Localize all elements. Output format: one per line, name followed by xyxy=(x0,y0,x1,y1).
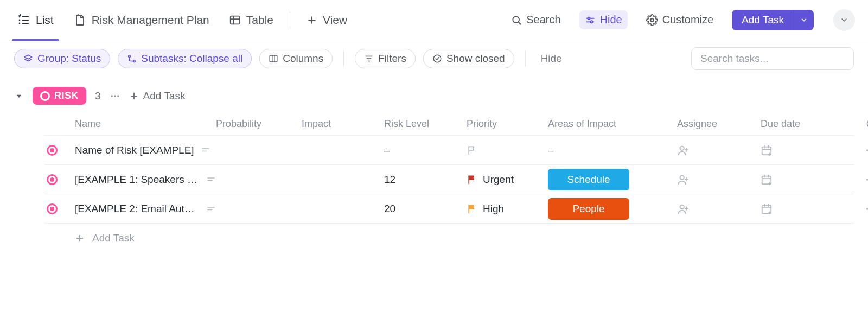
col-header-assignee[interactable]: Assignee xyxy=(677,118,761,130)
customize-button[interactable]: Customize xyxy=(641,10,719,29)
group-add-task-button[interactable]: Add Task xyxy=(129,90,186,102)
status-dot-icon xyxy=(40,91,50,101)
subtasks-label: Subtasks: Collapse all xyxy=(141,53,242,65)
topbar-more-button[interactable] xyxy=(833,9,855,31)
toolbar-hide-link[interactable]: Hide xyxy=(537,50,566,67)
group-by-chip[interactable]: Group: Status xyxy=(14,49,110,68)
priority-cell[interactable] xyxy=(467,145,477,156)
task-rows: Name of Risk [EXAMPLE] – – [EXAMPLE 1: S… xyxy=(44,135,854,224)
add-view-label: View xyxy=(323,14,347,27)
description-icon[interactable] xyxy=(201,145,210,155)
cell-risk-level[interactable]: 20 xyxy=(384,203,467,215)
task-name[interactable]: Name of Risk [EXAMPLE] xyxy=(75,144,194,156)
hide-label: Hide xyxy=(600,14,622,26)
tab-list-label: List xyxy=(36,14,54,27)
chevron-down-icon xyxy=(840,16,848,24)
assignee-cell[interactable] xyxy=(677,203,761,215)
subtasks-chip[interactable]: Subtasks: Collapse all xyxy=(118,49,252,68)
svg-marker-18 xyxy=(24,55,32,59)
subtree-icon xyxy=(127,54,137,63)
table-row[interactable]: [EXAMPLE 1: Speakers Don't Show Up] 12 U… xyxy=(44,165,854,194)
due-date-cell[interactable] xyxy=(761,144,852,156)
tab-list[interactable]: List xyxy=(14,0,57,40)
col-header-name[interactable]: Name xyxy=(75,118,216,130)
description-icon[interactable] xyxy=(206,175,216,185)
priority-cell[interactable]: High xyxy=(467,203,504,215)
svg-point-29 xyxy=(111,95,112,97)
due-date-cell[interactable] xyxy=(761,203,852,215)
filter-icon xyxy=(364,54,374,63)
tab-table[interactable]: Table xyxy=(226,0,277,40)
add-task-row[interactable]: Add Task xyxy=(44,224,854,253)
list-body: RISK 3 Add Task Name Probability Impact … xyxy=(0,77,868,253)
group-by-label: Group: Status xyxy=(37,53,101,65)
columns-label: Columns xyxy=(283,53,323,65)
row-more-button[interactable] xyxy=(865,174,868,186)
col-header-priority[interactable]: Priority xyxy=(467,118,548,130)
col-header-risk-level[interactable]: Risk Level xyxy=(384,118,467,130)
task-status-dot[interactable] xyxy=(47,174,58,185)
search-tasks-box[interactable] xyxy=(691,47,854,70)
row-more-button[interactable] xyxy=(865,203,868,215)
priority-cell[interactable]: Urgent xyxy=(467,174,514,186)
assignee-cell[interactable] xyxy=(677,144,761,156)
col-header-impact[interactable]: Impact xyxy=(302,118,384,130)
task-status-dot[interactable] xyxy=(47,203,58,214)
group-more-button[interactable] xyxy=(110,91,120,101)
doc-icon xyxy=(73,14,86,27)
description-icon[interactable] xyxy=(206,204,216,214)
search-icon xyxy=(511,15,522,26)
svg-marker-28 xyxy=(17,94,21,97)
table-row[interactable]: [EXAMPLE 2: Email Automation (Email ... … xyxy=(44,194,854,224)
col-header-areas[interactable]: Areas of Impact xyxy=(548,118,677,130)
area-empty: – xyxy=(548,144,554,156)
table-row[interactable]: Name of Risk [EXAMPLE] – – xyxy=(44,136,854,165)
status-pill-risk[interactable]: RISK xyxy=(33,87,86,105)
task-status-dot[interactable] xyxy=(47,145,58,156)
chevron-down-icon xyxy=(800,16,808,24)
cell-risk-level[interactable]: – xyxy=(384,144,467,156)
due-date-cell[interactable] xyxy=(761,174,852,186)
check-circle-icon xyxy=(432,54,442,63)
svg-point-30 xyxy=(114,95,116,97)
assignee-cell[interactable] xyxy=(677,174,761,186)
task-name[interactable]: [EXAMPLE 2: Email Automation (Email ... xyxy=(75,203,200,215)
svg-point-53 xyxy=(680,175,684,179)
search-label: Search xyxy=(526,14,560,26)
task-name[interactable]: [EXAMPLE 1: Speakers Don't Show Up] xyxy=(75,174,200,186)
table-icon xyxy=(229,14,241,26)
add-task-button[interactable]: Add Task xyxy=(732,10,794,30)
add-column-button[interactable] xyxy=(866,118,868,129)
hide-button[interactable]: Hide xyxy=(579,10,628,29)
search-button[interactable]: Search xyxy=(506,10,566,29)
columns-chip[interactable]: Columns xyxy=(259,49,333,68)
group-collapse-toggle[interactable] xyxy=(14,91,24,101)
show-closed-chip[interactable]: Show closed xyxy=(423,49,514,68)
tab-risk-plan[interactable]: Risk Management Plan xyxy=(70,0,213,40)
add-view-button[interactable]: View xyxy=(303,0,350,40)
svg-point-0 xyxy=(19,16,21,17)
svg-point-27 xyxy=(433,55,441,62)
filters-chip[interactable]: Filters xyxy=(355,49,416,68)
svg-point-1 xyxy=(19,19,21,21)
tab-divider xyxy=(290,11,290,29)
svg-point-16 xyxy=(590,21,592,23)
toolbar-divider xyxy=(525,50,526,67)
col-header-probability[interactable]: Probability xyxy=(216,118,302,130)
area-badge[interactable]: People xyxy=(548,198,629,220)
customize-label: Customize xyxy=(662,14,713,26)
svg-point-14 xyxy=(588,17,590,19)
show-closed-label: Show closed xyxy=(446,53,505,65)
search-tasks-input[interactable] xyxy=(700,53,845,65)
toolbar-divider xyxy=(343,50,344,67)
svg-rect-21 xyxy=(270,55,277,62)
col-header-due[interactable]: Due date xyxy=(761,118,852,130)
add-task-label: Add Task xyxy=(742,14,784,26)
sliders-icon xyxy=(585,15,596,26)
filters-label: Filters xyxy=(378,53,406,65)
cell-risk-level[interactable]: 12 xyxy=(384,174,467,186)
row-more-button[interactable] xyxy=(865,144,868,156)
svg-point-39 xyxy=(680,146,684,150)
area-badge[interactable]: Schedule xyxy=(548,169,629,190)
add-task-dropdown[interactable] xyxy=(794,10,814,30)
